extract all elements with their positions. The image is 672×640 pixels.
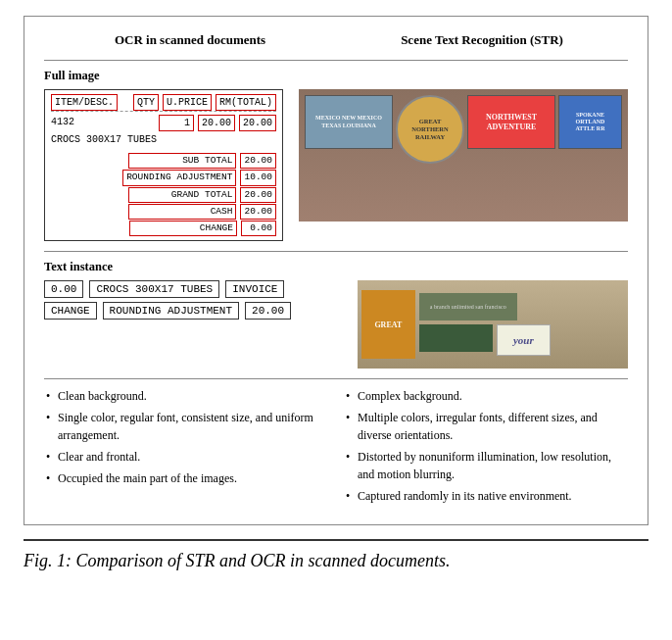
full-image-section: Full image ITEM/DESC. QTY U.PRICE RM(TOT… <box>44 69 628 241</box>
str-bottom-right: a branch unlimited san francisco your <box>419 293 551 356</box>
middle-divider <box>44 251 628 252</box>
str-great-sign: GREAT <box>361 290 415 359</box>
ocr-box-3: INVOICE <box>225 280 284 298</box>
str-bullet-1: Complex background. <box>344 387 628 405</box>
figure-caption: Fig. 1: Comparison of STR and OCR in sca… <box>24 539 648 571</box>
ocr-cash-val: 20.00 <box>240 204 276 220</box>
str-bullet-list: Complex background. Multiple colors, irr… <box>344 387 628 505</box>
text-instance-row: 0.00 CROCS 300X17 TUBES INVOICE CHANGE R… <box>44 280 628 369</box>
ocr-column-title: OCR in scanned documents <box>44 32 336 48</box>
ocr-item-num: 4132 <box>51 115 74 131</box>
ocr-header-uprice: U.PRICE <box>163 94 212 111</box>
ocr-grand-label: GRAND TOTAL <box>128 187 236 203</box>
ocr-text-row1: 0.00 CROCS 300X17 TUBES INVOICE <box>44 280 342 298</box>
ocr-grand-val: 20.00 <box>240 187 276 203</box>
ocr-item-qty: 1 <box>159 115 194 131</box>
figure-container: OCR in scanned documents Scene Text Reco… <box>24 16 648 525</box>
str-gn-sign: GREATNORTHERNRAILWAY <box>396 95 464 164</box>
str-bullet-2: Multiple colors, irregular fonts, differ… <box>344 409 628 444</box>
str-your-text: your <box>497 324 551 356</box>
top-divider <box>44 60 628 61</box>
ocr-rounding-row: ROUNDING ADJUSTMENT 10.00 <box>122 170 276 185</box>
lists-divider <box>44 378 628 379</box>
ocr-box-6: 20.00 <box>245 302 291 320</box>
ocr-text-instance: 0.00 CROCS 300X17 TUBES INVOICE CHANGE R… <box>44 280 342 369</box>
str-column-title: Scene Text Recognition (STR) <box>336 32 628 48</box>
ocr-item-price: 20.00 <box>198 115 235 131</box>
str-scene-top: MEXICO NEW MEXICOTEXAS LOUISIANA GREATNO… <box>299 89 628 222</box>
ocr-item-total: 20.00 <box>239 115 276 131</box>
ocr-subtotal-val: 20.00 <box>240 153 276 169</box>
str-full-image: MEXICO NEW MEXICOTEXAS LOUISIANA GREATNO… <box>299 89 628 241</box>
ocr-cash-label: CASH <box>128 204 236 220</box>
str-blur-text: a branch unlimited san francisco <box>419 293 517 320</box>
ocr-bullet-3: Clear and frontal. <box>44 448 328 466</box>
ocr-box-2: CROCS 300X17 TUBES <box>89 280 219 298</box>
str-mexico-sign: MEXICO NEW MEXICOTEXAS LOUISIANA <box>305 95 393 149</box>
ocr-text-row2: CHANGE ROUNDING ADJUSTMENT 20.00 <box>44 302 342 320</box>
str-bullet-3: Distorted by nonuniform illumination, lo… <box>344 448 628 483</box>
str-spokane-sign: SPOKANEORTLANDATTLE RR <box>558 95 622 149</box>
ocr-box-5: ROUNDING ADJUSTMENT <box>103 302 239 320</box>
ocr-header-rmtotal: RM(TOTAL) <box>216 94 276 111</box>
ocr-bullet-list: Clean background. Single color, regular … <box>44 387 328 487</box>
ocr-subtotal-row: SUB TOTAL 20.00 <box>128 153 276 169</box>
bullet-lists-row: Clean background. Single color, regular … <box>44 387 628 509</box>
ocr-change-val: 0.00 <box>241 221 276 236</box>
str-nw-sign: NORTHWESTADVENTURE <box>467 95 555 149</box>
ocr-change-row: CHANGE 0.00 <box>129 221 276 236</box>
ocr-subtotal-label: SUB TOTAL <box>128 153 236 169</box>
header-row: OCR in scanned documents Scene Text Reco… <box>44 32 628 48</box>
ocr-rounding-label: ROUNDING ADJUSTMENT <box>122 170 236 185</box>
str-text-instance: GREAT a branch unlimited san francisco y… <box>358 280 628 369</box>
str-bullet-list-col: Complex background. Multiple colors, irr… <box>344 387 628 509</box>
ocr-bullet-4: Occupied the main part of the images. <box>44 469 328 487</box>
str-scene-bottom: GREAT a branch unlimited san francisco y… <box>358 280 628 369</box>
ocr-rounding-val: 10.00 <box>240 170 276 185</box>
ocr-header-item: ITEM/DESC. <box>51 94 118 111</box>
ocr-bullet-2: Single color, regular font, consistent s… <box>44 409 328 444</box>
text-instance-label: Text instance <box>44 260 628 274</box>
ocr-change-label: CHANGE <box>129 221 237 236</box>
full-image-row: ITEM/DESC. QTY U.PRICE RM(TOTAL) 4132 1 … <box>44 89 628 241</box>
ocr-bullet-1: Clean background. <box>44 387 328 405</box>
ocr-grand-row: GRAND TOTAL 20.00 <box>128 187 276 203</box>
ocr-full-image: ITEM/DESC. QTY U.PRICE RM(TOTAL) 4132 1 … <box>44 89 283 241</box>
ocr-header-qty: QTY <box>133 94 159 111</box>
ocr-item-desc-text: CROCS 300X17 TUBES <box>51 132 276 147</box>
ocr-box-1: 0.00 <box>44 280 83 298</box>
str-bullet-4: Captured randomly in its native environm… <box>344 487 628 505</box>
ocr-receipt-box: ITEM/DESC. QTY U.PRICE RM(TOTAL) 4132 1 … <box>44 89 283 241</box>
ocr-box-4: CHANGE <box>44 302 97 320</box>
str-scene-inner: MEXICO NEW MEXICOTEXAS LOUISIANA GREATNO… <box>299 89 628 222</box>
ocr-cash-row: CASH 20.00 <box>128 204 276 220</box>
ocr-bullet-list-col: Clean background. Single color, regular … <box>44 387 328 509</box>
str-blur-box <box>419 324 493 352</box>
full-image-label: Full image <box>44 69 628 83</box>
text-instance-section: Text instance 0.00 CROCS 300X17 TUBES IN… <box>44 260 628 369</box>
